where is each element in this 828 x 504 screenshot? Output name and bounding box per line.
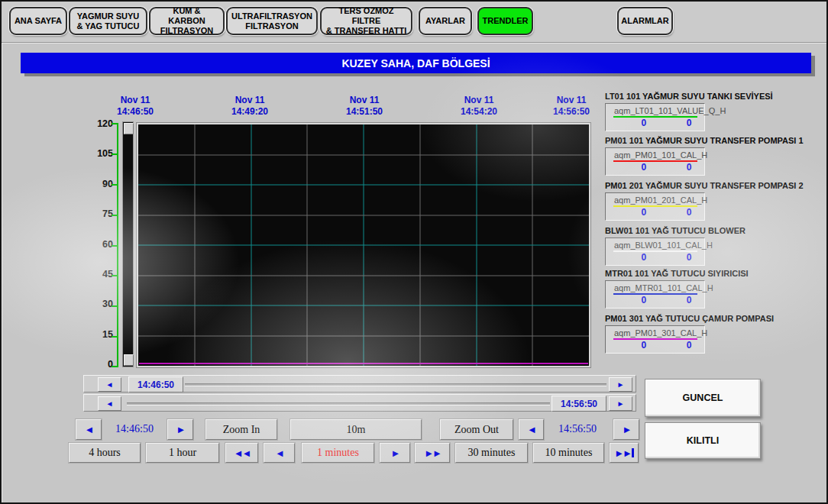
zoom-in-button[interactable]: Zoom In (205, 419, 277, 440)
top-navigation-bar: ANA SAYFA YAGMUR SUYU & YAG TUTUCU KUM &… (2, 2, 826, 43)
trend-plot-area[interactable] (137, 123, 590, 367)
legend-title: BLW01 101 YAĞ TUTUCU BLOWER (605, 226, 828, 235)
legend-value: 0 (687, 207, 692, 218)
y-axis-tick (112, 336, 117, 338)
current-interval-button[interactable]: 1 minutes (302, 443, 374, 463)
nav-button-trendler[interactable]: TRENDLER (477, 7, 533, 35)
start-time-back-button[interactable]: ◄ (76, 419, 102, 440)
fast-forward-button[interactable]: ►► (415, 443, 450, 463)
y-axis-tick (112, 215, 117, 216)
range-10-minutes-button[interactable]: 10 minutes (533, 443, 604, 463)
legend-value: 0 (687, 118, 692, 128)
legend-item: LT01 101 YAĞMUR SUYU TANKI SEVİYESİ aqm_… (605, 92, 828, 131)
right-arrow-icon: ► (623, 424, 631, 435)
scroll-down-button[interactable] (124, 354, 134, 366)
nav-button-ters-ozmoz[interactable]: TERS OZMOZ FILTRE & TRANSFER HATTI (320, 7, 412, 35)
legend-title: PM01 301 YAĞ TUTUCU ÇAMUR POMPASI (605, 314, 828, 323)
right-arrow-icon: ► (391, 447, 399, 459)
left-arrow-icon: ◄ (275, 447, 283, 459)
legend-item: PM01 101 YAĞMUR SUYU TRANSFER POMPASI 1 … (605, 136, 828, 176)
legend-value: 0 (641, 252, 646, 263)
interval-button[interactable]: 10m (290, 419, 422, 440)
range-4-hours-button[interactable]: 4 hours (69, 443, 141, 463)
guncel-button[interactable]: GUNCEL (645, 379, 761, 417)
scroll-right-icon[interactable]: ► (609, 377, 632, 392)
legend-value: 0 (641, 295, 646, 305)
y-axis-labels: 120105 9075 6045 3015 0 (84, 118, 113, 370)
nav-button-yagmur-suyu[interactable]: YAGMUR SUYU & YAG TUTUCU (69, 7, 147, 35)
y-axis-tick (112, 305, 117, 307)
scroll-thumb-end-time[interactable]: 14:56:50 (551, 396, 606, 412)
legend-pen-box: aqm_PM01_201_CAL_H 00 (605, 192, 705, 221)
legend-item: PM01 201 YAĞMUR SUYU TRANSFER POMPASI 2 … (605, 181, 828, 221)
legend-tag: aqm_BLW01_101_CAL_H (606, 238, 704, 250)
skip-to-end-bar (632, 448, 634, 457)
double-right-arrow-icon: ►► (424, 447, 441, 459)
end-time-label: 14:56:50 (552, 423, 603, 435)
vertical-scrollbar[interactable] (122, 121, 134, 367)
legend-value: 0 (641, 162, 646, 173)
legend-value: 0 (641, 118, 646, 128)
scroll-right-icon[interactable]: ► (609, 396, 632, 411)
right-arrow-icon: ► (176, 424, 185, 435)
y-axis-tick (112, 184, 117, 186)
scroll-left-icon[interactable]: ◄ (98, 377, 121, 392)
y-axis-line (117, 123, 118, 367)
legend-title: LT01 101 YAĞMUR SUYU TANKI SEVİYESİ (605, 92, 828, 101)
trend-grid (138, 124, 589, 366)
fast-backward-button[interactable]: ◄◄ (225, 443, 258, 463)
x-axis-label: Nov 1114:56:50 (536, 95, 606, 118)
legend-pen-box: aqm_MTR01_101_CAL_H 00 (605, 280, 705, 309)
legend-item: PM01 301 YAĞ TUTUCU ÇAMUR POMPASI aqm_PM… (605, 314, 828, 354)
double-left-arrow-icon: ◄◄ (234, 447, 251, 459)
end-time-back-button[interactable]: ◄ (519, 419, 544, 440)
nav-button-alarmlar[interactable]: ALARMLAR (617, 7, 673, 35)
legend-value: 0 (687, 340, 692, 351)
start-time-forward-button[interactable]: ► (167, 419, 193, 440)
scroll-track[interactable] (185, 383, 606, 386)
nav-button-kum-karbon[interactable]: KUM & KARBON FILTRASYON (149, 7, 225, 35)
hmi-screen: ANA SAYFA YAGMUR SUYU & YAG TUTUCU KUM &… (0, 0, 828, 504)
range-30-minutes-button[interactable]: 30 minutes (455, 443, 528, 463)
left-arrow-icon: ◄ (527, 424, 535, 435)
x-axis-label: Nov 1114:49:20 (215, 95, 285, 118)
legend-pen-box: aqm_PM01_301_CAL_H 00 (605, 325, 705, 354)
legend-tag: aqm_LT01_101_VALUE_Q_H (606, 104, 704, 115)
skip-to-end-button[interactable]: ►► (610, 443, 639, 463)
legend-title: MTR01 101 YAĞ TUTUCU SIYIRICISI (605, 269, 828, 278)
legend-item: MTR01 101 YAĞ TUTUCU SIYIRICISI aqm_MTR0… (605, 269, 828, 309)
y-axis-tick (112, 275, 117, 276)
time-scrollbar-start[interactable]: ◄ 14:46:50 ► (83, 375, 636, 393)
legend-title: PM01 201 YAĞMUR SUYU TRANSFER POMPASI 2 (605, 181, 828, 190)
y-axis-tick (112, 123, 117, 124)
x-axis-label: Nov 1114:46:50 (100, 95, 170, 118)
legend-value: 0 (641, 340, 646, 351)
scroll-up-button[interactable] (124, 123, 134, 134)
nav-button-ultrafiltrasyon[interactable]: ULTRAFILTRASYON FILTRASYON (226, 7, 318, 35)
legend-title: PM01 101 YAĞMUR SUYU TRANSFER POMPASI 1 (605, 136, 828, 145)
x-axis-label: Nov 1114:54:20 (444, 95, 514, 118)
kilitli-button[interactable]: KILITLI (645, 422, 761, 459)
scroll-track[interactable] (127, 402, 550, 405)
time-scrollbar-end[interactable]: ◄ 14:56:50 ► (83, 394, 636, 412)
range-1-hour-button[interactable]: 1 hour (146, 443, 219, 463)
legend-tag: aqm_PM01_201_CAL_H (606, 193, 704, 205)
nav-button-ayarlar[interactable]: AYARLAR (419, 7, 472, 35)
y-axis-tick (112, 153, 117, 155)
legend-value: 0 (641, 207, 646, 218)
end-time-forward-button[interactable]: ► (613, 419, 639, 440)
legend-tag: aqm_PM01_301_CAL_H (606, 326, 704, 338)
skip-to-end-icon: ►► (614, 447, 631, 459)
legend-pen-box: aqm_LT01_101_VALUE_Q_H 00 (605, 103, 705, 131)
left-arrow-icon: ◄ (85, 424, 93, 435)
legend-value: 0 (687, 295, 692, 305)
page-title: KUZEY SAHA, DAF BÖLGESİ (21, 53, 811, 73)
zoom-out-button[interactable]: Zoom Out (440, 419, 513, 440)
scroll-thumb-start-time[interactable]: 14:46:50 (128, 376, 183, 393)
legend-tag: aqm_MTR01_101_CAL_H (606, 281, 704, 292)
scroll-left-icon[interactable]: ◄ (98, 396, 121, 411)
nav-button-ana-sayfa[interactable]: ANA SAYFA (9, 7, 67, 35)
step-backward-button[interactable]: ◄ (264, 443, 295, 463)
legend-pen-box: aqm_BLW01_101_CAL_H 00 (605, 237, 705, 266)
step-forward-button[interactable]: ► (380, 443, 410, 463)
